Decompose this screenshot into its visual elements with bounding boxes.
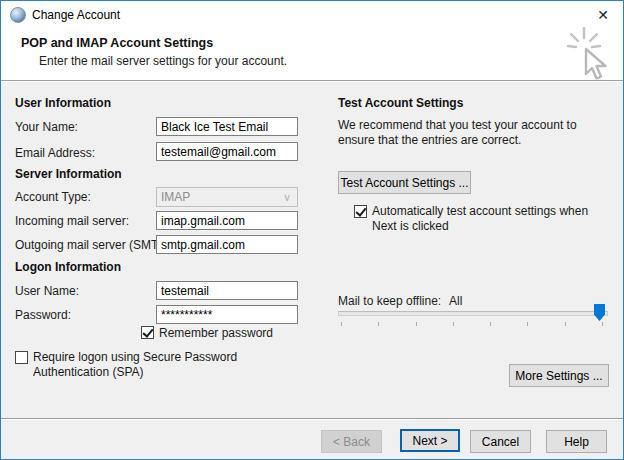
footer-separator <box>1 418 623 420</box>
email-address-label: Email Address: <box>15 146 95 160</box>
change-account-dialog: Change Account ✕ POP and IMAP Account Se… <box>0 0 624 460</box>
spa-checkbox[interactable] <box>15 351 28 364</box>
offline-slider-ticks <box>341 322 603 327</box>
password-label: Password: <box>15 308 71 322</box>
page-title: POP and IMAP Account Settings <box>21 36 213 50</box>
server-information-heading: Server Information <box>15 167 122 181</box>
chevron-down-icon: ∨ <box>281 190 293 204</box>
test-account-settings-heading: Test Account Settings <box>338 96 463 110</box>
dialog-icon <box>10 7 26 23</box>
test-description: We recommend that you test your account … <box>338 118 610 149</box>
next-button[interactable]: Next > <box>400 429 460 452</box>
logon-information-heading: Logon Information <box>15 260 121 274</box>
page-subtitle: Enter the mail server settings for your … <box>39 54 287 68</box>
mouse-click-cursor-icon <box>567 27 615 81</box>
username-label: User Name: <box>15 284 79 298</box>
password-input[interactable] <box>156 305 298 324</box>
remember-password-checkbox[interactable] <box>141 326 154 339</box>
your-name-input[interactable] <box>156 117 298 136</box>
remember-password-label: Remember password <box>159 326 273 340</box>
your-name-label: Your Name: <box>15 120 78 134</box>
help-button[interactable]: Help <box>546 430 607 453</box>
offline-slider-thumb[interactable] <box>594 304 605 321</box>
outgoing-server-label: Outgoing mail server (SMTP): <box>15 238 174 252</box>
incoming-server-input[interactable] <box>156 211 298 230</box>
test-account-settings-button[interactable]: Test Account Settings ... <box>338 171 471 194</box>
close-icon[interactable]: ✕ <box>594 7 612 25</box>
auto-test-label: Automatically test account settings when… <box>372 204 608 235</box>
username-input[interactable] <box>156 281 298 300</box>
outgoing-server-input[interactable] <box>156 235 298 254</box>
more-settings-button[interactable]: More Settings ... <box>509 364 609 387</box>
offline-slider-track[interactable] <box>338 311 608 316</box>
email-address-input[interactable] <box>156 142 298 161</box>
account-type-select[interactable]: IMAP ∨ <box>156 187 298 207</box>
title-bar: Change Account ✕ <box>1 1 623 29</box>
mail-to-keep-offline-label: Mail to keep offline: <box>338 294 441 308</box>
user-information-heading: User Information <box>15 96 111 110</box>
account-type-value: IMAP <box>161 190 190 204</box>
incoming-server-label: Incoming mail server: <box>15 214 129 228</box>
account-type-label: Account Type: <box>15 190 91 204</box>
mail-to-keep-offline-value: All <box>449 294 462 308</box>
cancel-button[interactable]: Cancel <box>470 430 531 453</box>
back-button[interactable]: < Back <box>321 430 382 453</box>
auto-test-checkbox[interactable] <box>354 205 367 218</box>
spa-label: Require logon using Secure Password Auth… <box>33 350 297 381</box>
window-title: Change Account <box>32 8 120 22</box>
header: Change Account ✕ POP and IMAP Account Se… <box>1 1 623 82</box>
